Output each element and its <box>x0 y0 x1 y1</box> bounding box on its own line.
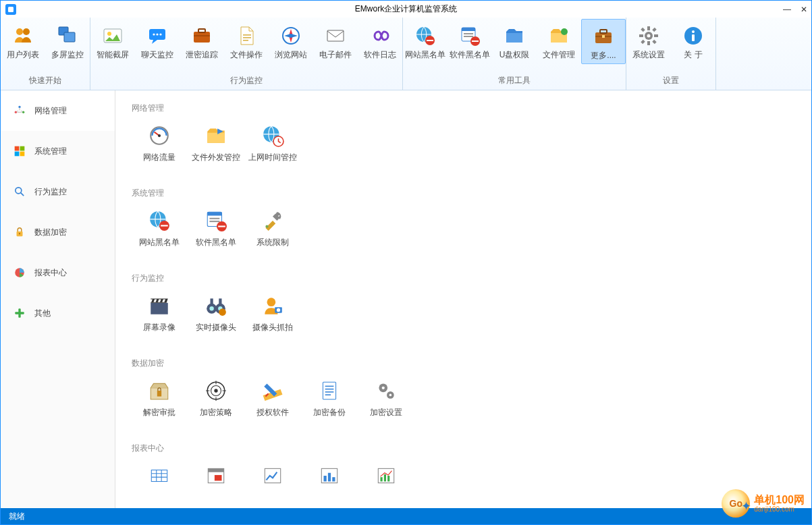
ribbon-soft-log[interactable]: 软件日志 <box>358 19 402 63</box>
svg-point-96 <box>214 389 217 392</box>
ribbon-label: 更多.... <box>591 50 616 61</box>
tile-encrypt-backup[interactable]: 加密备份 <box>302 376 357 421</box>
ribbon-file-ops[interactable]: 文件操作 <box>224 19 269 63</box>
ribbon-sys-settings[interactable]: 系统设置 <box>626 19 671 63</box>
svg-point-49 <box>15 111 17 113</box>
tile-net-traffic[interactable]: 网络流量 <box>132 121 187 166</box>
ribbon-label: 文件管理 <box>543 49 575 61</box>
ribbon-soft-blacklist[interactable]: 软件黑名单 <box>448 19 492 63</box>
tile-encrypt-settings[interactable]: 加密设置 <box>358 376 414 421</box>
ribbon-group-title: 行为监控 <box>90 74 402 88</box>
tile-rep1[interactable] <box>132 461 187 495</box>
tile-live-camera[interactable]: 实时摄像头 <box>188 291 244 336</box>
sidebar-item-encrypt[interactable]: 数据加密 <box>1 212 115 252</box>
tile-online-time[interactable]: 上网时间管控 <box>245 121 300 166</box>
svg-rect-5 <box>64 32 75 42</box>
chat-icon <box>146 25 168 47</box>
svg-rect-113 <box>324 476 327 482</box>
sidebar-item-behavior[interactable]: 行为监控 <box>1 171 115 212</box>
svg-rect-15 <box>243 34 251 36</box>
ribbon-smart-screenshot[interactable]: 智能截屏 <box>90 19 135 63</box>
sidebar: 网络管理系统管理行为监控数据加密报表中心其他 <box>1 90 115 508</box>
minimize-button[interactable]: — <box>783 5 791 14</box>
info-icon <box>682 25 704 47</box>
magnifier-icon <box>13 185 26 198</box>
ribbon-leak-trace[interactable]: 泄密追踪 <box>180 19 224 63</box>
section-title: 网络管理 <box>132 103 795 114</box>
svg-rect-99 <box>325 386 334 387</box>
briefcase-brown-icon <box>593 26 614 47</box>
close-button[interactable]: ✕ <box>801 5 807 14</box>
tile-label: 解密审批 <box>143 407 175 418</box>
ribbon-label: 电子邮件 <box>319 49 352 61</box>
tile-rep3[interactable] <box>245 461 300 495</box>
sidebar-item-report[interactable]: 报表中心 <box>1 252 115 293</box>
tile-row <box>132 461 795 495</box>
svg-rect-71 <box>207 212 221 215</box>
statusbar: 就绪 <box>1 508 811 524</box>
tile-decrypt-approval[interactable]: 解密审批 <box>132 376 187 421</box>
tile-label: 软件黑名单 <box>196 237 236 248</box>
clapper-icon <box>147 294 171 318</box>
tile-file-outgoing[interactable]: 文件外发管控 <box>188 121 244 166</box>
ruler-icon <box>261 379 285 403</box>
svg-rect-17 <box>243 40 248 41</box>
tile-soft-blacklist-2[interactable]: 软件黑名单 <box>188 206 244 251</box>
sidebar-item-system[interactable]: 系统管理 <box>1 131 115 171</box>
ribbon-usb-perm[interactable]: U盘权限 <box>492 19 537 63</box>
watermark-sub: danji100.com <box>754 505 805 513</box>
svg-rect-117 <box>381 477 383 481</box>
content-area[interactable]: 网络管理网络流量文件外发管控上网时间管控系统管理网站黑名单软件黑名单系统限制行为… <box>115 90 811 508</box>
ribbon-group-title: 快速开始 <box>1 74 90 88</box>
ribbon-multi-screen[interactable]: 多屏监控 <box>45 19 90 63</box>
svg-point-63 <box>158 134 161 137</box>
window-title: EMwork企业计算机监管系统 <box>355 3 457 15</box>
svg-rect-29 <box>506 33 522 43</box>
svg-point-47 <box>692 30 695 33</box>
tile-camera-capture[interactable]: 摄像头抓拍 <box>245 291 300 336</box>
compass-icon <box>280 25 302 47</box>
tile-encrypt-policy[interactable]: 加密策略 <box>188 376 244 421</box>
svg-rect-12 <box>194 32 210 43</box>
svg-rect-101 <box>325 391 334 393</box>
lock-icon <box>13 225 26 239</box>
svg-rect-93 <box>157 391 161 397</box>
ribbon-label: 用户列表 <box>7 49 39 61</box>
ribbon-chat-monitor[interactable]: 聊天监控 <box>135 19 180 63</box>
tile-label: 屏幕录像 <box>143 322 175 333</box>
svg-rect-38 <box>647 41 650 45</box>
tile-sys-restrict[interactable]: 系统限制 <box>245 206 300 251</box>
section-title: 行为监控 <box>132 273 795 284</box>
sidebar-item-label: 系统管理 <box>34 146 67 157</box>
tile-rep4[interactable] <box>302 461 357 495</box>
gear-icon <box>638 25 659 47</box>
sidebar-item-other[interactable]: 其他 <box>1 293 115 333</box>
gauge-icon <box>147 123 171 148</box>
tile-label: 实时摄像头 <box>196 322 236 333</box>
watermark-logo-icon: Go <box>722 489 750 518</box>
svg-rect-86 <box>211 298 213 306</box>
sidebar-item-network[interactable]: 网络管理 <box>1 90 115 131</box>
plus-green-icon <box>13 306 26 320</box>
svg-rect-98 <box>323 382 335 399</box>
ribbon-label: 软件日志 <box>364 49 396 61</box>
svg-rect-43 <box>641 40 645 44</box>
form-block-icon <box>204 209 228 233</box>
tile-rep5[interactable] <box>358 461 414 495</box>
folder-share-icon <box>204 123 228 148</box>
tile-rep2[interactable] <box>188 461 244 495</box>
ribbon-more[interactable]: 更多.... <box>581 19 626 64</box>
tile-site-blacklist-2[interactable]: 网站黑名单 <box>132 206 187 251</box>
ribbon-file-manage[interactable]: 文件管理 <box>537 19 581 63</box>
tile-screen-record[interactable]: 屏幕录像 <box>132 291 187 336</box>
ribbon-user-list[interactable]: 用户列表 <box>1 19 45 63</box>
section-title: 报表中心 <box>132 443 795 454</box>
ribbon-email[interactable]: 电子邮件 <box>313 19 358 63</box>
ribbon-site-blacklist[interactable]: 网站黑名单 <box>403 19 448 63</box>
tile-auth-soft[interactable]: 授权软件 <box>245 376 300 421</box>
tile-row: 解密审批加密策略授权软件加密备份加密设置 <box>132 376 795 421</box>
ribbon-browse-web[interactable]: 浏览网站 <box>269 19 313 63</box>
ribbon-about[interactable]: 关 于 <box>671 19 715 63</box>
tile-label: 网站黑名单 <box>139 237 180 248</box>
globe-block-icon <box>414 25 436 47</box>
